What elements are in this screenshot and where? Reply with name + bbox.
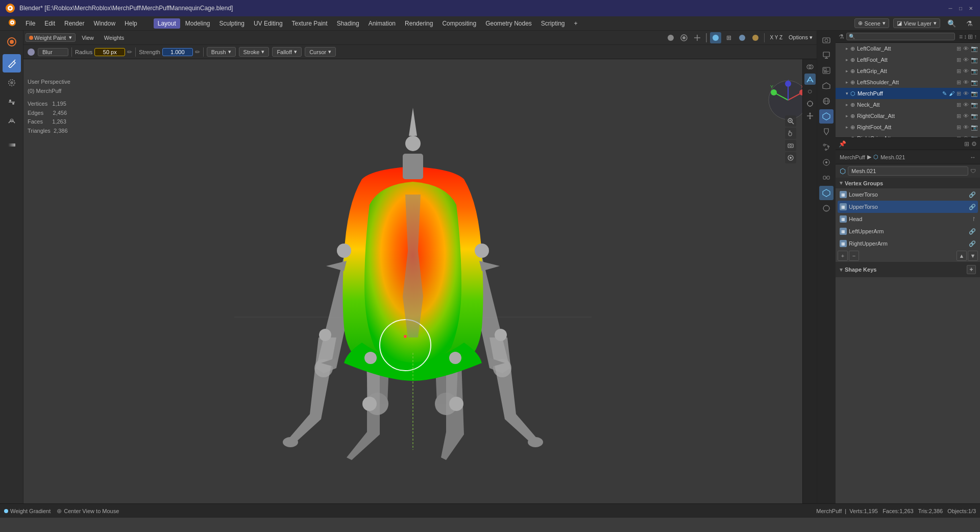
outliner-item-leftshoulder[interactable]: ▸ ⊕ LeftShoulder_Att ⊞ 👁 📷	[836, 77, 980, 88]
props-settings-icon[interactable]: ⚙	[971, 140, 977, 148]
3d-mesh-view[interactable]	[23, 59, 802, 503]
menu-file[interactable]: File	[21, 18, 39, 29]
shading-rendered-btn[interactable]	[750, 32, 761, 43]
minimize-button[interactable]: ─	[946, 4, 954, 12]
outliner-pin-icon[interactable]: ↑	[974, 33, 977, 40]
gradient-tool-btn[interactable]	[3, 136, 21, 154]
vg-item-rightupperarm[interactable]: ▦ RightUpperArm 🔗	[838, 237, 978, 250]
menu-help[interactable]: Help	[120, 18, 141, 29]
vg-item-head[interactable]: ▦ Head ↾	[838, 213, 978, 225]
brush-btn[interactable]: Brush ▾	[207, 47, 236, 57]
restrict-icon-5[interactable]: ⊞	[957, 90, 961, 97]
radius-value[interactable]: 50 px	[94, 48, 125, 56]
menu-render[interactable]: Render	[60, 18, 88, 29]
leftshoulder-restrict-icon[interactable]: ⊞	[957, 79, 961, 86]
props-particles-icon-btn[interactable]	[819, 140, 834, 154]
workspace-tab-geometry-nodes[interactable]: Geometry Nodes	[481, 18, 536, 29]
outliner-item-rightfoot[interactable]: ▸ ⊕ RightFoot_Att ⊞ 👁 📷	[836, 122, 980, 133]
vp-prop-btn[interactable]: ○	[804, 86, 816, 97]
falloff-btn[interactable]: Falloff ▾	[272, 47, 302, 57]
weights-menu-btn[interactable]: Weights	[100, 34, 129, 42]
outliner-item-merchpuff[interactable]: ▾ ⬡ MerchPuff ✎ 🖌 ⊞ 👁 📷	[836, 88, 980, 99]
outliner-item-rightcollar[interactable]: ▸ ⊕ RightCollar_Att ⊞ 👁 📷	[836, 110, 980, 122]
neckatt-eye-icon[interactable]: 👁	[963, 102, 969, 108]
render-icon-5[interactable]: 📷	[971, 90, 978, 97]
mode-icon-btn[interactable]	[3, 33, 21, 51]
menu-window[interactable]: Window	[89, 18, 119, 29]
props-output-icon-btn[interactable]	[819, 48, 834, 62]
menu-blender[interactable]	[4, 17, 20, 30]
outliner-render-icon[interactable]: 📷	[971, 45, 978, 52]
workspace-tab-texture-paint[interactable]: Texture Paint	[288, 18, 332, 29]
rightcollar-eye-icon[interactable]: 👁	[963, 113, 969, 119]
workspace-tab-scripting[interactable]: Scripting	[537, 18, 569, 29]
props-physics-icon-btn[interactable]	[819, 155, 834, 170]
vg-down-btn[interactable]: ▼	[968, 251, 978, 261]
props-render-icon-btn[interactable]	[819, 33, 834, 47]
xyz-transform-btn[interactable]: X Y Z	[768, 32, 785, 43]
viewport-overlay-btn[interactable]	[678, 32, 690, 43]
outliner-eye-icon[interactable]: 👁	[963, 45, 969, 52]
paint-icon-5[interactable]: 🖌	[949, 90, 954, 96]
mesh-shield-icon[interactable]: 🛡	[970, 168, 976, 174]
shading-wireframe-btn[interactable]: ⊞	[723, 32, 734, 43]
props-scene-icon-btn[interactable]	[819, 79, 834, 93]
shading-material-btn[interactable]	[737, 32, 748, 43]
props-world-icon-btn[interactable]	[819, 94, 834, 108]
radius-pen-icon[interactable]: ✏	[127, 49, 132, 56]
hand-btn[interactable]	[785, 128, 796, 139]
breadcrumb-expand-icon[interactable]: ↔	[970, 154, 976, 161]
outliner-item-neckatt[interactable]: ▸ ⊕ Neck_Att ⊞ 👁 📷	[836, 99, 980, 110]
vg-link-lowertorso[interactable]: 🔗	[969, 191, 976, 198]
vg-add-btn[interactable]: +	[838, 251, 848, 261]
vg-up-btn[interactable]: ▲	[957, 251, 967, 261]
outliner-list-icon[interactable]: ≡	[959, 33, 963, 40]
menu-edit[interactable]: Edit	[40, 18, 59, 29]
outliner-filter2-icon[interactable]: ⊞	[968, 33, 973, 40]
workspace-tab-shading[interactable]: Shading	[333, 18, 363, 29]
smear-tool-btn[interactable]	[3, 112, 21, 131]
leftfoot-restrict-icon[interactable]: ⊞	[957, 57, 961, 63]
leftshoulder-render-icon[interactable]: 📷	[971, 79, 978, 86]
shading-solid-btn[interactable]	[710, 32, 721, 43]
viewport[interactable]: Weight Paint ▾ View Weights	[23, 31, 817, 503]
neckatt-restrict-icon[interactable]: ⊞	[957, 102, 961, 108]
strength-pen-icon[interactable]: ✏	[195, 49, 200, 56]
vg-link-leftupperarm[interactable]: 🔗	[969, 228, 976, 235]
leftfoot-eye-icon[interactable]: 👁	[963, 57, 969, 63]
strength-value[interactable]: 1.000	[162, 48, 193, 56]
props-constraints-icon-btn[interactable]	[819, 171, 834, 185]
close-button[interactable]: ✕	[967, 4, 975, 12]
search-button[interactable]: 🔍	[944, 18, 959, 29]
vp-transform-btn[interactable]	[804, 110, 816, 122]
props-view-icon-btn[interactable]	[819, 63, 834, 78]
workspace-tab-compositing[interactable]: Compositing	[438, 18, 480, 29]
leftfoot-render-icon[interactable]: 📷	[971, 57, 978, 63]
average-tool-btn[interactable]	[3, 93, 21, 111]
rightfoot-render-icon[interactable]: 📷	[971, 124, 978, 131]
scene-selector[interactable]: ⊕ Scene ▾	[854, 18, 889, 28]
rightcollar-render-icon[interactable]: 📷	[971, 113, 978, 119]
workspace-tab-animation[interactable]: Animation	[364, 18, 400, 29]
props-pin-icon[interactable]: 📌	[839, 140, 846, 148]
viewport-gizmo-btn[interactable]	[692, 32, 703, 43]
workspace-tab-uv-editing[interactable]: UV Editing	[250, 18, 287, 29]
mesh-name-input[interactable]	[848, 166, 968, 176]
rightcollar-restrict-icon[interactable]: ⊞	[957, 113, 961, 119]
outliner-item-leftfoot[interactable]: ▸ ⊕ LeftFoot_Att ⊞ 👁 📷	[836, 54, 980, 65]
draw-tool-btn[interactable]	[3, 54, 21, 72]
vg-link-rightupperarm[interactable]: 🔗	[969, 240, 976, 247]
props-browse-icon[interactable]: ⊞	[964, 140, 969, 148]
zoom-to-fit-btn[interactable]	[785, 115, 796, 127]
cursor-btn[interactable]: Cursor ▾	[305, 47, 336, 57]
outliner-restrict-icon[interactable]: ⊞	[957, 45, 961, 52]
eye-icon-5[interactable]: 👁	[963, 90, 969, 96]
workspace-tab-sculpting[interactable]: Sculpting	[215, 18, 249, 29]
edit-icon-5[interactable]: ✎	[942, 90, 947, 97]
viewport-shading-solid-btn[interactable]	[665, 32, 676, 43]
leftshoulder-eye-icon[interactable]: 👁	[963, 79, 969, 85]
filter-button[interactable]: ⚗	[963, 18, 976, 29]
window-controls[interactable]: ─ □ ✕	[946, 4, 975, 12]
vp-snap-btn[interactable]	[804, 98, 816, 109]
outliner-item-leftcollar[interactable]: ▸ ⊕ LeftCollar_Att ⊞ 👁 📷	[836, 43, 980, 54]
